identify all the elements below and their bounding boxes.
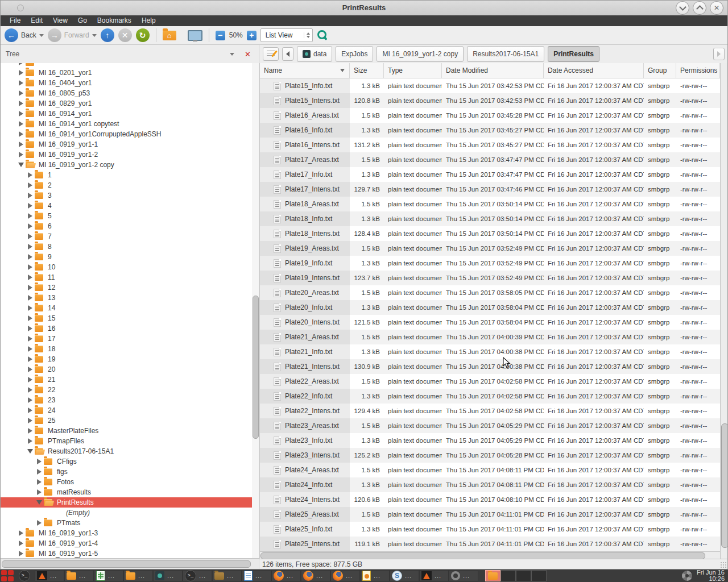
tree-item-mi-16-0829-yor1[interactable]: MI 16_0829_yor1 xyxy=(1,98,252,109)
tree-item-9[interactable]: 9 xyxy=(1,252,252,262)
tree-item-11[interactable]: 11 xyxy=(1,272,252,282)
tree-item-mi-16-0914-yor1corrupuptedapplessh[interactable]: MI 16_0914_yor1CorrupuptedAppleSSH xyxy=(1,129,252,139)
zoom-in-button[interactable]: + xyxy=(247,31,257,40)
file-horizontal-scrollbar[interactable] xyxy=(260,551,720,559)
tree-item-cffigs[interactable]: CFfigs xyxy=(1,456,252,467)
file-row-plate22-info-txt[interactable]: Plate22_Info.txt1.3 kBplain text documen… xyxy=(260,389,720,404)
menu-item-go[interactable]: Go xyxy=(73,15,92,26)
file-row-plate18-info-txt[interactable]: Plate18_Info.txt1.3 kBplain text documen… xyxy=(260,211,720,226)
tree-expander[interactable] xyxy=(26,428,35,434)
tree-item-21[interactable]: 21 xyxy=(1,375,252,385)
workspace-3[interactable] xyxy=(516,570,531,581)
tree-item-25[interactable]: 25 xyxy=(1,415,252,426)
tree-item-22[interactable]: 22 xyxy=(1,385,252,395)
forward-button[interactable]: → Forward xyxy=(48,28,97,42)
tree-expander[interactable] xyxy=(16,551,26,556)
file-row-plate25-intens-txt[interactable]: Plate25_Intens.txt119.1 kBplain text doc… xyxy=(260,537,720,551)
taskbar-window-button[interactable]: ... xyxy=(212,570,242,581)
tree-item-13[interactable]: 13 xyxy=(1,293,252,303)
tree-expander[interactable] xyxy=(35,479,44,485)
tree-item-24[interactable]: 24 xyxy=(1,405,252,415)
window-menu-icon[interactable] xyxy=(17,5,24,11)
tree-expander[interactable] xyxy=(26,213,35,219)
file-row-plate21-areas-txt[interactable]: Plate21_Areas.txt1.5 kBplain text docume… xyxy=(260,330,720,344)
file-row-plate24-intens-txt[interactable]: Plate24_Intens.txt120.6 kBplain text doc… xyxy=(260,492,720,507)
tree-expander[interactable] xyxy=(26,438,35,444)
tree-expander[interactable] xyxy=(26,418,35,423)
file-row-plate17-info-txt[interactable]: Plate17_Info.txt1.3 kBplain text documen… xyxy=(260,167,720,182)
stop-button[interactable]: ✕ xyxy=(118,28,132,42)
tree-item-16[interactable]: 16 xyxy=(1,323,252,334)
tree-item-mi-16-0201-yor1[interactable]: MI 16_0201_yor1 xyxy=(1,68,252,78)
tree-item-10[interactable]: 10 xyxy=(1,262,252,272)
file-row-plate20-info-txt[interactable]: Plate20_Info.txt1.3 kBplain text documen… xyxy=(260,300,720,315)
tree-item-mi-16-0919-yor1-2-copy[interactable]: MI 16_0919_yor1-2 copy xyxy=(1,160,252,170)
tree-expander[interactable] xyxy=(35,520,44,526)
sidebar-switcher-dropdown[interactable] xyxy=(230,53,234,56)
clock[interactable]: Fri Jun 16 10:26 xyxy=(697,569,725,582)
tree-item-19[interactable]: 19 xyxy=(1,354,252,364)
tree-expander[interactable] xyxy=(16,80,26,86)
file-row-plate19-areas-txt[interactable]: Plate19_Areas.txt1.5 kBplain text docume… xyxy=(260,241,720,256)
tree-expander[interactable] xyxy=(16,121,26,127)
tree-item-fotos[interactable]: Fotos xyxy=(1,477,252,487)
tree-item-2[interactable]: 2 xyxy=(1,180,252,190)
tree-item-mi-16-0404-yor1[interactable]: MI 16_0404_yor1 xyxy=(1,78,252,88)
tree-expander[interactable] xyxy=(26,172,35,178)
app-grid-icon[interactable] xyxy=(1,570,14,581)
tree-item-17[interactable]: 17 xyxy=(1,334,252,344)
tree-item-20[interactable]: 20 xyxy=(1,364,252,375)
taskbar-window-button[interactable]: ... xyxy=(360,570,390,581)
sidebar-close-button[interactable]: ✕ xyxy=(245,51,251,58)
tree-expander[interactable] xyxy=(26,305,35,311)
column-header-date-accessed[interactable]: Date Accessed xyxy=(544,63,644,78)
tree-item-printresults[interactable]: PrintResults xyxy=(1,497,252,508)
file-row-plate18-areas-txt[interactable]: Plate18_Areas.txt1.5 kBplain text docume… xyxy=(260,197,720,211)
file-row-plate21-intens-txt[interactable]: Plate21_Intens.txt130.9 kBplain text doc… xyxy=(260,359,720,374)
tree-vertical-scrollbar[interactable] xyxy=(252,63,259,558)
taskbar-window-button[interactable]: ... xyxy=(242,570,271,581)
scrollbar-thumb[interactable] xyxy=(253,296,259,439)
breadcrumb-mi-16-0919-yor1-2-copy[interactable]: MI 16_0919_yor1-2 copy xyxy=(377,46,464,62)
tree-item-ptmapfiles[interactable]: PTmapFiles xyxy=(1,436,252,446)
breadcrumb-results2017-06-15a1[interactable]: Results2017-06-15A1 xyxy=(467,46,544,62)
taskbar-window-button[interactable]: ... xyxy=(35,570,64,581)
tree-item-mi-16-0919-yor1-1[interactable]: MI 16_0919_yor1-1 xyxy=(1,139,252,149)
menu-item-file[interactable]: File xyxy=(5,15,26,26)
file-row-plate25-info-txt[interactable]: Plate25_Info.txt1.3 kBplain text documen… xyxy=(260,522,720,537)
tree-expander[interactable] xyxy=(26,223,35,229)
tree-item-14[interactable]: 14 xyxy=(1,303,252,313)
file-vertical-scrollbar[interactable] xyxy=(720,63,728,559)
breadcrumb-scroll-right-button[interactable] xyxy=(713,48,725,60)
tree-expander[interactable] xyxy=(16,111,26,117)
taskbar-window-button[interactable]: ... xyxy=(123,570,153,581)
file-row-plate17-areas-txt[interactable]: Plate17_Areas.txt1.5 kBplain text docume… xyxy=(260,152,720,167)
taskbar-window-button[interactable]: ... xyxy=(94,570,123,581)
tree-expander[interactable] xyxy=(26,315,35,321)
column-header-name[interactable]: Name xyxy=(260,63,350,78)
column-header-type[interactable]: Type xyxy=(384,63,442,78)
menu-item-bookmarks[interactable]: Bookmarks xyxy=(92,15,136,26)
tree-expander[interactable] xyxy=(26,397,35,403)
tree-expander[interactable] xyxy=(16,152,26,157)
tray-shutter-icon[interactable] xyxy=(682,571,692,581)
file-row-plate22-areas-txt[interactable]: Plate22_Areas.txt1.5 kBplain text docume… xyxy=(260,374,720,389)
file-row-plate24-info-txt[interactable]: Plate24_Info.txt1.3 kBplain text documen… xyxy=(260,477,720,492)
tree-item-mi-16-0914-yor1[interactable]: MI 16_0914_yor1 xyxy=(1,109,252,119)
breadcrumb-expjobs[interactable]: ExpJobs xyxy=(336,46,373,62)
titlebar[interactable]: PrintResults ✕ xyxy=(0,0,728,16)
tree-expander[interactable] xyxy=(26,264,35,270)
tree-expander[interactable] xyxy=(26,244,35,250)
tree-expander[interactable] xyxy=(26,449,35,454)
tree-expander[interactable] xyxy=(35,489,44,495)
tree-item-mi-16-0919-yor1-3[interactable]: MI 16_0919_yor1-3 xyxy=(1,528,252,538)
tree-item-mi-16-0919-yor1-5[interactable]: MI 16_0919_yor1-5 xyxy=(1,548,252,558)
tree-expander[interactable] xyxy=(26,356,35,362)
taskbar-window-button[interactable]: ... xyxy=(330,570,360,581)
file-row-plate15-intens-txt[interactable]: Plate15_Intens.txt120.8 kBplain text doc… xyxy=(260,93,720,108)
file-row-plate16-info-txt[interactable]: Plate16_Info.txt1.3 kBplain text documen… xyxy=(260,123,720,138)
tree-item-3[interactable]: 3 xyxy=(1,190,252,201)
tree-item-masterplatefiles[interactable]: MasterPlateFiles xyxy=(1,426,252,436)
taskbar-window-button[interactable]: S... xyxy=(390,570,419,581)
taskbar-window-button[interactable]: >_... xyxy=(183,570,212,581)
